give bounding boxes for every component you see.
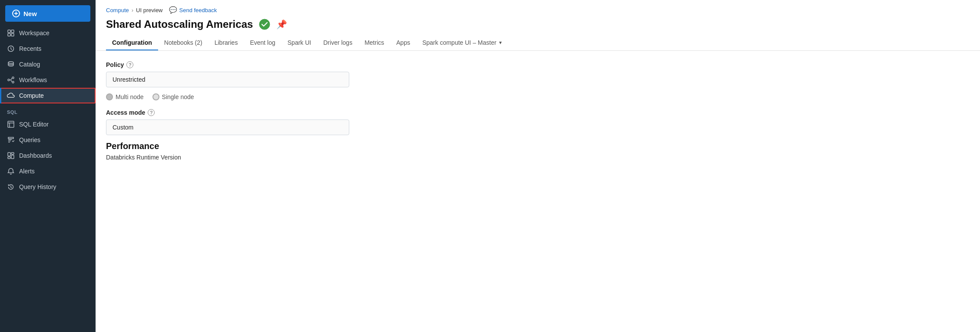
svg-point-7 [12,77,14,79]
chevron-down-icon: ▾ [499,40,502,46]
feedback-bubble-icon: 💬 [169,6,177,14]
svg-rect-13 [8,157,10,159]
access-mode-label: Access mode ? [106,109,970,116]
send-feedback-label: Send feedback [179,7,217,13]
tab-event-log[interactable]: Event log [244,36,281,50]
bell-icon [7,167,15,175]
sidebar-item-queries[interactable]: Queries [0,132,96,148]
svg-point-5 [8,62,13,63]
access-mode-help-icon[interactable]: ? [148,109,155,116]
sidebar-item-label: Compute [19,92,44,99]
breadcrumb-compute[interactable]: Compute [106,7,129,13]
sidebar-item-label: Query History [19,183,56,190]
workflows-icon [7,76,15,84]
svg-rect-2 [8,33,10,36]
tabs-bar: Configuration Notebooks (2) Libraries Ev… [96,32,980,51]
configuration-content: Policy ? Unrestricted Multi node Single … [96,51,980,332]
policy-help-icon[interactable]: ? [126,61,133,68]
sidebar-item-label: SQL Editor [19,121,49,128]
sidebar-item-label: Workflows [19,76,47,83]
sidebar-item-label: Dashboards [19,152,52,159]
node-type-radio-group: Multi node Single node [106,93,970,100]
policy-value: Unrestricted [106,72,349,87]
svg-rect-3 [11,33,14,36]
tab-spark-ui[interactable]: Spark UI [281,36,317,50]
sidebar-item-dashboards[interactable]: Dashboards [0,148,96,163]
clock-icon [7,45,15,53]
sidebar-item-alerts[interactable]: Alerts [0,163,96,179]
sidebar-item-recents[interactable]: Recents [0,41,96,56]
svg-rect-11 [11,153,14,154]
sidebar-item-workspace[interactable]: Workspace [0,25,96,41]
pin-icon[interactable]: 📌 [276,19,287,30]
sidebar-item-label: Catalog [19,61,40,68]
sidebar-item-query-history[interactable]: Query History [0,179,96,195]
breadcrumb-separator: › [132,7,133,13]
multi-node-radio[interactable]: Multi node [106,93,144,100]
svg-point-6 [8,79,10,81]
page-header: Shared Autoscaling Americas 📌 [96,17,980,30]
svg-rect-10 [8,153,10,156]
history-icon [7,183,15,191]
new-button[interactable]: + New [5,5,90,22]
catalog-icon [7,60,15,68]
svg-rect-9 [8,121,14,127]
sidebar-item-label: Workspace [19,30,50,37]
policy-label: Policy ? [106,61,970,68]
table-icon [7,120,15,128]
multi-node-radio-circle [106,93,113,100]
tab-notebooks[interactable]: Notebooks (2) [158,36,209,50]
tab-metrics[interactable]: Metrics [358,36,390,50]
sidebar-item-sql-editor[interactable]: SQL Editor [0,116,96,132]
sql-section-label: SQL [0,103,96,116]
tab-driver-logs[interactable]: Driver logs [317,36,358,50]
performance-section-title: Performance [106,141,970,151]
sidebar-item-label: Queries [19,136,40,143]
single-node-label: Single node [162,93,194,100]
new-button-label: New [23,10,37,17]
svg-point-14 [259,19,270,30]
status-badge [259,19,270,30]
sidebar: + New Workspace Recents [0,0,96,332]
dashboards-icon [7,152,15,159]
cloud-icon [7,92,15,100]
sidebar-item-compute[interactable]: Compute [0,88,96,103]
queries-icon [7,136,15,144]
send-feedback-button[interactable]: 💬 Send feedback [169,6,217,14]
page-title: Shared Autoscaling Americas [106,18,253,30]
multi-node-label: Multi node [116,93,144,100]
single-node-radio[interactable]: Single node [152,93,194,100]
tab-configuration[interactable]: Configuration [106,36,158,50]
plus-icon: + [12,10,20,17]
tab-spark-compute[interactable]: Spark compute UI – Master ▾ [416,36,507,50]
sidebar-item-workflows[interactable]: Workflows [0,72,96,88]
runtime-version-label: Databricks Runtime Version [106,154,970,161]
single-node-radio-circle [152,93,159,100]
tab-libraries[interactable]: Libraries [209,36,244,50]
svg-point-8 [12,81,14,83]
svg-rect-12 [11,155,14,159]
tab-spark-compute-label: Spark compute UI – Master [422,39,496,46]
breadcrumb: Compute › UI preview 💬 Send feedback [96,0,980,17]
breadcrumb-current: UI preview [136,7,162,13]
tab-apps[interactable]: Apps [390,36,416,50]
main-content: Compute › UI preview 💬 Send feedback Sha… [96,0,980,332]
sidebar-item-label: Recents [19,45,41,52]
svg-rect-1 [11,30,14,33]
svg-rect-0 [8,30,10,33]
workspace-icon [7,29,15,37]
sidebar-item-label: Alerts [19,168,35,175]
access-mode-value: Custom [106,120,349,135]
sidebar-item-catalog[interactable]: Catalog [0,56,96,72]
